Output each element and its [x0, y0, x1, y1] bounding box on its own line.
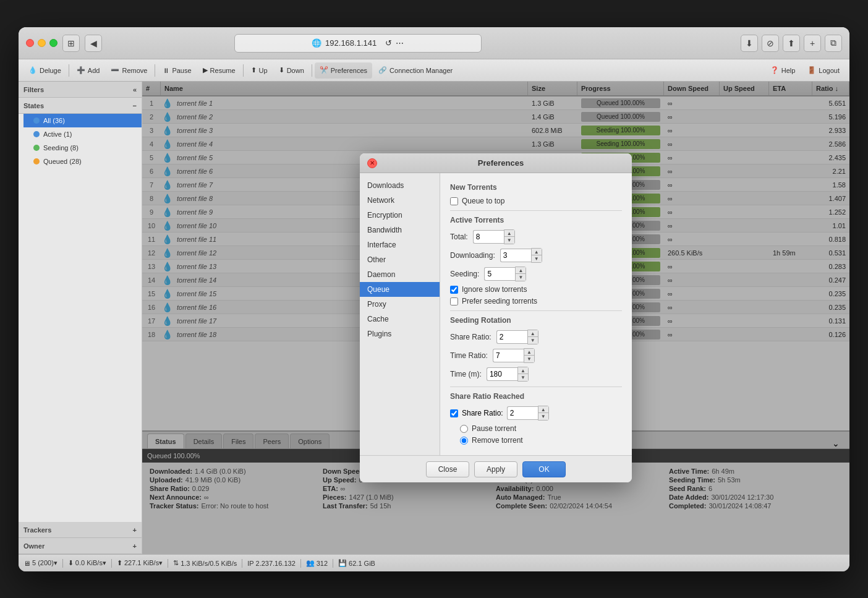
- status-peers: 👥 312: [306, 559, 328, 567]
- ignore-slow-input[interactable]: [450, 286, 458, 294]
- time-ratio-down-btn[interactable]: ▼: [524, 356, 534, 362]
- share-button[interactable]: ⬆: [783, 35, 800, 52]
- status-down-speed[interactable]: ⬇ 0.0 KiB/s▾: [68, 559, 106, 567]
- modal-nav-item-interface[interactable]: Interface: [360, 237, 440, 252]
- help-button[interactable]: ❓ Help: [765, 62, 801, 79]
- time-m-up-btn[interactable]: ▲: [518, 367, 528, 374]
- seeding-spinner[interactable]: ▲ ▼: [484, 267, 526, 281]
- share-ratio-spinner-btns: ▲ ▼: [527, 330, 538, 344]
- modal-nav-item-daemon[interactable]: Daemon: [360, 267, 440, 282]
- windows-button[interactable]: ⧉: [825, 35, 842, 52]
- share-ratio-reached-input[interactable]: [507, 406, 538, 420]
- prefer-seeding-checkbox[interactable]: Prefer seeding torrents: [450, 297, 622, 305]
- modal-nav-item-other[interactable]: Other: [360, 252, 440, 267]
- remove-button[interactable]: ➖ Remove: [106, 62, 152, 79]
- pause-torrent-input[interactable]: [460, 425, 468, 433]
- total-down-btn[interactable]: ▼: [504, 237, 514, 244]
- time-m-spinner[interactable]: ▲ ▼: [487, 367, 529, 382]
- status-up-speed[interactable]: ⬆ 227.1 KiB/s▾: [117, 559, 163, 567]
- sidebar-item-active[interactable]: Active (1): [23, 127, 142, 141]
- downloading-down-btn[interactable]: ▼: [532, 255, 542, 262]
- owner-expand-icon[interactable]: +: [133, 542, 137, 550]
- total-field: Total: ▲ ▼: [450, 229, 622, 244]
- share-ratio-reached-down-btn[interactable]: ▼: [538, 413, 548, 420]
- reload-icon[interactable]: ↺: [385, 38, 392, 48]
- pause-button[interactable]: ⏸ Pause: [158, 62, 196, 79]
- share-ratio-reached-checkbox[interactable]: [450, 409, 458, 417]
- downloading-spinner[interactable]: ▲ ▼: [500, 248, 542, 263]
- time-m-input[interactable]: [487, 367, 517, 381]
- total-spinner[interactable]: ▲ ▼: [473, 229, 515, 244]
- sidebar-toggle-button[interactable]: ⊞: [62, 35, 80, 52]
- ok-button[interactable]: OK: [522, 461, 566, 477]
- share-ratio-reached-spinner[interactable]: ▲ ▼: [507, 406, 549, 421]
- remove-icon: ➖: [111, 66, 119, 74]
- remove-torrent-input[interactable]: [460, 437, 468, 445]
- total-up-btn[interactable]: ▲: [504, 230, 514, 237]
- connection-manager-button[interactable]: 🔗 Connection Manager: [373, 62, 457, 79]
- sidebar-item-seeding[interactable]: Seeding (8): [23, 141, 142, 155]
- collapse-icon[interactable]: «: [133, 86, 137, 93]
- seeding-input[interactable]: [484, 267, 515, 281]
- trackers-expand-icon[interactable]: +: [133, 526, 137, 534]
- seeding-dot-icon: [33, 145, 40, 151]
- modal-nav-item-plugins[interactable]: Plugins: [360, 327, 440, 341]
- block-button[interactable]: ⊘: [762, 35, 779, 52]
- filters-header: Filters «: [19, 82, 142, 98]
- queue-to-top-input[interactable]: [450, 197, 458, 205]
- modal-body: DownloadsNetworkEncryptionBandwidthInter…: [360, 173, 632, 455]
- close-button[interactable]: Close: [426, 461, 469, 477]
- queue-to-top-checkbox[interactable]: Queue to top: [450, 197, 622, 205]
- time-ratio-up-btn[interactable]: ▲: [524, 349, 534, 356]
- seeding-up-btn[interactable]: ▲: [516, 267, 525, 274]
- states-collapse-icon[interactable]: −: [133, 102, 137, 109]
- prefer-seeding-input[interactable]: [450, 297, 458, 305]
- ignore-slow-checkbox[interactable]: Ignore slow torrents: [450, 285, 622, 294]
- remove-torrent-radio[interactable]: Remove torrent: [460, 436, 622, 445]
- total-input[interactable]: [473, 230, 504, 244]
- minimize-window-button[interactable]: [38, 39, 46, 47]
- downloading-input[interactable]: [500, 249, 531, 262]
- address-bar[interactable]: 🌐 192.168.1.141 ↺ ⋯: [234, 34, 482, 53]
- modal-nav-item-encryption[interactable]: Encryption: [360, 208, 440, 223]
- seeding-down-btn[interactable]: ▼: [516, 274, 525, 281]
- share-ratio-up-btn[interactable]: ▲: [528, 330, 538, 337]
- up-button[interactable]: ⬆ Up: [246, 62, 273, 79]
- status-connections[interactable]: 🖥 5 (200)▾: [23, 559, 57, 567]
- pause-torrent-radio[interactable]: Pause torrent: [460, 424, 622, 433]
- downloading-up-btn[interactable]: ▲: [532, 249, 542, 255]
- back-button[interactable]: ◀: [85, 35, 102, 52]
- share-ratio-label: Share Ratio:: [450, 333, 491, 341]
- time-m-down-btn[interactable]: ▼: [518, 374, 528, 381]
- new-tab-button[interactable]: +: [804, 35, 821, 52]
- share-ratio-spinner[interactable]: ▲ ▼: [496, 330, 538, 344]
- share-ratio-down-btn[interactable]: ▼: [528, 337, 538, 344]
- sidebar-item-all[interactable]: All (36): [23, 114, 142, 127]
- close-window-button[interactable]: [26, 39, 34, 47]
- down-button[interactable]: ⬇ Down: [274, 62, 309, 79]
- toolbar-right: ❓ Help 🚪 Logout: [765, 62, 845, 79]
- logout-button[interactable]: 🚪 Logout: [802, 62, 845, 79]
- preferences-button[interactable]: ✂️ Preferences: [315, 62, 372, 79]
- modal-close-button[interactable]: ✕: [367, 158, 377, 168]
- modal-nav-item-downloads[interactable]: Downloads: [360, 178, 440, 193]
- maximize-window-button[interactable]: [49, 39, 57, 47]
- sidebar-item-queued[interactable]: Queued (28): [23, 155, 142, 168]
- time-ratio-input[interactable]: [493, 349, 524, 362]
- deluge-logo-button[interactable]: 💧 Deluge: [23, 62, 66, 79]
- share-ratio-reached-up-btn[interactable]: ▲: [538, 406, 548, 413]
- download-button[interactable]: ⬇: [741, 35, 758, 52]
- modal-title: Preferences: [377, 158, 624, 168]
- share-ratio-input[interactable]: [496, 330, 527, 344]
- time-ratio-spinner[interactable]: ▲ ▼: [493, 348, 535, 363]
- apply-button[interactable]: Apply: [474, 461, 517, 477]
- titlebar: ⊞ ◀ 🌐 192.168.1.141 ↺ ⋯ ⬇ ⊘ ⬆ + ⧉: [19, 27, 849, 59]
- add-button[interactable]: ➕ Add: [72, 62, 105, 79]
- modal-nav-item-queue[interactable]: Queue: [360, 282, 440, 297]
- modal-nav-item-bandwidth[interactable]: Bandwidth: [360, 223, 440, 237]
- more-icon[interactable]: ⋯: [396, 38, 404, 48]
- modal-nav-item-cache[interactable]: Cache: [360, 312, 440, 327]
- modal-nav-item-proxy[interactable]: Proxy: [360, 297, 440, 312]
- resume-button[interactable]: ▶ Resume: [198, 62, 240, 79]
- modal-nav-item-network[interactable]: Network: [360, 193, 440, 208]
